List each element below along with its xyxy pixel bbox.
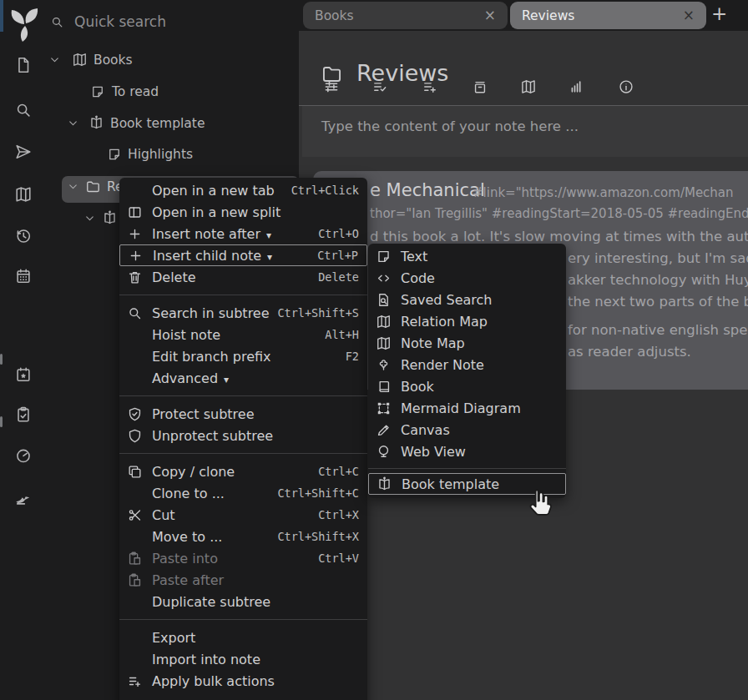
submenu-item-text[interactable]: Text bbox=[368, 245, 566, 267]
menu-item-export[interactable]: Export bbox=[119, 627, 367, 648]
new-tab-button[interactable]: + bbox=[711, 3, 727, 24]
menu-item-edit-branch-prefix[interactable]: Edit branch prefix F2 bbox=[119, 345, 367, 367]
tree-item-book-template[interactable]: Book template bbox=[67, 115, 205, 131]
chevron-down-icon[interactable] bbox=[67, 117, 79, 129]
book-card-attributes-1: #link="https://www.amazon.com/Mechan bbox=[473, 185, 734, 200]
book-card-text: akker technology with Huyg bbox=[568, 272, 748, 288]
menu-item-paste-into[interactable]: Paste into Ctrl+V bbox=[119, 547, 367, 569]
map-icon bbox=[376, 335, 392, 351]
file-search-icon bbox=[376, 292, 392, 308]
history-icon[interactable] bbox=[14, 227, 33, 245]
submenu-item-code[interactable]: Code bbox=[368, 267, 566, 289]
globe-icon bbox=[376, 444, 392, 460]
menu-item-insert-note-after[interactable]: Insert note after Ctrl+O bbox=[119, 223, 367, 244]
submenu-item-web-view[interactable]: Web View bbox=[368, 441, 566, 462]
chevron-down-icon[interactable] bbox=[48, 53, 61, 66]
sliders-icon[interactable] bbox=[323, 78, 340, 95]
close-icon[interactable]: × bbox=[683, 8, 695, 23]
submenu-item-canvas[interactable]: Canvas bbox=[368, 419, 566, 441]
tab-bar: Books × Reviews × bbox=[299, 0, 748, 31]
menu-item-unprotect-subtree[interactable]: Unprotect subtree bbox=[119, 425, 367, 446]
book-icon bbox=[376, 379, 392, 395]
calendar-icon[interactable] bbox=[14, 267, 33, 285]
book-template-icon bbox=[102, 210, 118, 226]
menu-item-clone-to[interactable]: Clone to ... Ctrl+Shift+C bbox=[119, 482, 367, 504]
map-icon bbox=[72, 52, 88, 68]
tree-item-label: Books bbox=[94, 53, 133, 68]
calendar-star-icon[interactable] bbox=[14, 365, 33, 384]
submenu-item-book[interactable]: Book bbox=[368, 375, 566, 397]
menu-item-delete[interactable]: Delete Delete bbox=[119, 266, 367, 288]
empty-icon bbox=[127, 183, 143, 199]
empty-icon bbox=[127, 594, 143, 610]
book-template-icon bbox=[88, 115, 104, 131]
menu-item-insert-child-note[interactable]: Insert child note Ctrl+P bbox=[119, 244, 367, 266]
tree-item-to-read[interactable]: To read bbox=[90, 84, 159, 99]
search-icon[interactable] bbox=[14, 101, 33, 119]
list-check-icon[interactable] bbox=[371, 78, 388, 95]
menu-item-open-in-new-split[interactable]: Open in a new split bbox=[119, 201, 367, 223]
dashboard-gauge-icon[interactable] bbox=[14, 446, 33, 465]
tree-item-label: To read bbox=[112, 84, 159, 99]
split-columns-icon bbox=[127, 204, 143, 220]
trilium-logo-icon[interactable] bbox=[7, 5, 43, 43]
submenu-item-saved-search[interactable]: Saved Search bbox=[368, 289, 566, 310]
send-icon[interactable] bbox=[14, 143, 33, 161]
hand-cursor bbox=[523, 486, 554, 519]
menu-item-move-to[interactable]: Move to ... Ctrl+Shift+X bbox=[119, 526, 367, 547]
search-icon bbox=[50, 15, 64, 29]
quick-search-input[interactable]: Quick search bbox=[74, 13, 166, 30]
tree-item-highlights[interactable]: Highlights bbox=[107, 147, 193, 162]
book-card-text: d this book a lot. It's slow moving at t… bbox=[370, 229, 748, 244]
bird-icon[interactable] bbox=[14, 489, 33, 507]
menu-item-advanced[interactable]: Advanced bbox=[119, 367, 367, 389]
menu-item-hoist-note[interactable]: Hoist note Alt+H bbox=[119, 324, 367, 345]
empty-icon bbox=[127, 327, 143, 343]
submenu-item-render-note[interactable]: Render Note bbox=[368, 354, 566, 375]
info-icon[interactable] bbox=[618, 78, 634, 95]
new-note-icon[interactable] bbox=[14, 56, 33, 74]
menu-item-paste-after[interactable]: Paste after bbox=[119, 569, 367, 591]
chevron-down-icon[interactable] bbox=[83, 212, 96, 224]
tasks-clipboard-icon[interactable] bbox=[14, 405, 33, 424]
menu-item-apply-bulk-actions[interactable]: Apply bulk actions bbox=[119, 670, 367, 692]
menu-item-cut[interactable]: Cut Ctrl+X bbox=[119, 504, 367, 526]
book-template-icon bbox=[377, 476, 392, 492]
search-icon bbox=[127, 305, 143, 321]
map-icon[interactable] bbox=[14, 185, 33, 204]
edge-marker bbox=[0, 416, 3, 427]
tree-item-child[interactable] bbox=[83, 210, 124, 226]
plus-icon bbox=[127, 226, 143, 242]
menu-item-duplicate-subtree[interactable]: Duplicate subtree bbox=[119, 591, 367, 612]
chevron-down-icon[interactable] bbox=[67, 180, 79, 193]
book-card-text: for non-native english spea bbox=[568, 322, 748, 338]
book-card-attributes-2: thor="Ian Tregillis" #readingStart=2018-… bbox=[370, 206, 748, 221]
code-icon bbox=[376, 270, 392, 286]
tree-item-books[interactable]: Books bbox=[48, 52, 133, 68]
tab-reviews[interactable]: Reviews × bbox=[510, 2, 706, 29]
copy-icon bbox=[127, 464, 143, 480]
submenu-item-mermaid-diagram[interactable]: Mermaid Diagram bbox=[368, 397, 566, 419]
note-icon bbox=[90, 84, 105, 99]
menu-item-search-in-subtree[interactable]: Search in subtree Ctrl+Shift+S bbox=[119, 302, 367, 324]
shield-check-icon bbox=[127, 406, 143, 422]
list-plus-icon bbox=[127, 673, 143, 689]
map-icon[interactable] bbox=[520, 78, 537, 95]
submenu-item-note-map[interactable]: Note Map bbox=[368, 332, 566, 354]
archive-icon[interactable] bbox=[472, 78, 488, 95]
menu-item-import-into-note[interactable]: Import into note bbox=[119, 648, 367, 670]
scissors-icon bbox=[127, 507, 143, 523]
tab-books[interactable]: Books × bbox=[303, 2, 508, 29]
editor-placeholder[interactable]: Type the content of your note here ... bbox=[321, 118, 579, 134]
book-card-title[interactable]: e Mechanical bbox=[370, 180, 485, 200]
menu-item-open-in-new-tab[interactable]: Open in a new tab Ctrl+Click bbox=[119, 179, 367, 201]
list-plus-icon[interactable] bbox=[422, 78, 438, 95]
bar-chart-icon[interactable] bbox=[568, 78, 584, 95]
menu-item-copy-clone[interactable]: Copy / clone Ctrl+C bbox=[119, 461, 367, 482]
paste-icon bbox=[127, 572, 143, 588]
tree-context-menu: Open in a new tab Ctrl+Click Open in a n… bbox=[119, 178, 367, 700]
empty-icon bbox=[127, 652, 143, 667]
close-icon[interactable]: × bbox=[484, 8, 496, 23]
submenu-item-relation-map[interactable]: Relation Map bbox=[368, 310, 566, 332]
menu-item-protect-subtree[interactable]: Protect subtree bbox=[119, 403, 367, 425]
